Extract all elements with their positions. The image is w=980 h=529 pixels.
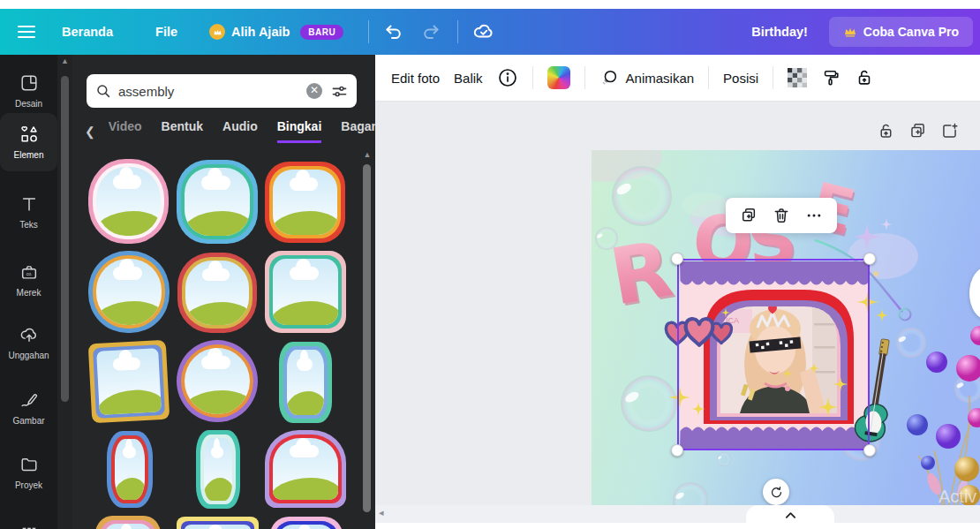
selection-handle-bottom-left[interactable] xyxy=(671,444,683,457)
search-box[interactable]: ✕ xyxy=(87,74,357,108)
sidebar-item-elemen[interactable]: Elemen xyxy=(0,113,57,171)
tab-bentuk[interactable]: Bentuk xyxy=(162,119,203,143)
search-input[interactable] xyxy=(118,84,306,99)
divider xyxy=(368,20,369,43)
selection-handle-top-right[interactable] xyxy=(863,253,876,265)
frame-thumbnail[interactable] xyxy=(177,340,258,422)
unlock-page-icon[interactable] xyxy=(877,122,895,140)
frame-thumbnail[interactable] xyxy=(95,516,161,529)
chevron-up-icon xyxy=(785,511,796,519)
frame-hill xyxy=(185,302,249,325)
frame-hill xyxy=(115,478,145,500)
position-button[interactable]: Posisi xyxy=(723,71,758,86)
frame-thumbnail[interactable] xyxy=(107,431,153,508)
panel-scrollbar-thumb[interactable] xyxy=(363,164,371,512)
flip-button[interactable]: Balik xyxy=(454,71,483,86)
divider xyxy=(584,66,585,89)
undo-icon[interactable] xyxy=(383,21,404,42)
photo-frame-element[interactable]: ICA xyxy=(666,261,888,449)
tab-video[interactable]: Video xyxy=(109,119,142,143)
menu-home[interactable]: Beranda xyxy=(62,25,113,39)
svg-text:co.: co. xyxy=(26,271,32,276)
top-bar: Beranda File Alih Ajaib BARU Birthday! C… xyxy=(0,9,980,55)
page-controls xyxy=(877,122,959,140)
draw-icon xyxy=(19,390,39,413)
sidebar-item-unggahan[interactable]: Unggahan xyxy=(0,321,57,365)
menu-magic-tool[interactable]: Alih Ajaib xyxy=(231,25,290,39)
try-pro-button[interactable]: Coba Canva Pro xyxy=(829,17,973,47)
photo[interactable]: ICA xyxy=(720,306,837,413)
clear-search-icon[interactable]: ✕ xyxy=(306,83,322,99)
frame-cloud xyxy=(290,178,318,191)
frame-cloud xyxy=(290,267,319,280)
window-top-strip xyxy=(0,0,980,9)
tabs-scroll-left-icon[interactable]: ❮ xyxy=(85,125,95,139)
animate-icon xyxy=(599,68,619,87)
projects-icon xyxy=(19,455,39,478)
delete-element-icon[interactable] xyxy=(773,207,790,224)
lock-icon[interactable] xyxy=(855,68,874,87)
sidebar-item-gambar[interactable]: Gambar xyxy=(0,386,57,430)
tab-audio[interactable]: Audio xyxy=(222,119,258,143)
duplicate-page-icon[interactable] xyxy=(908,122,927,140)
frame-thumbnail[interactable] xyxy=(177,517,259,529)
filter-sliders-icon[interactable] xyxy=(331,83,348,100)
paint-roller-icon[interactable] xyxy=(821,68,841,87)
scrollbar-thumb[interactable] xyxy=(61,76,69,402)
frame-cloud xyxy=(113,357,141,371)
divider xyxy=(457,20,458,43)
frame-hill xyxy=(273,478,338,500)
divider xyxy=(708,66,709,89)
selection-handle-bottom-right[interactable] xyxy=(863,444,876,457)
cloud-saved-icon[interactable] xyxy=(472,20,495,43)
scroll-up-arrow[interactable]: ▲ xyxy=(57,57,72,65)
expand-bottom-panel-tab[interactable] xyxy=(746,505,834,525)
frame-thumbnail[interactable] xyxy=(177,253,257,333)
more-options-icon[interactable] xyxy=(805,207,823,224)
frame-thumbnail[interactable] xyxy=(88,340,170,423)
frame-thumbnail[interactable] xyxy=(265,162,345,243)
frame-cloud xyxy=(290,445,319,457)
sidebar-scrollbar[interactable]: ▲ xyxy=(57,55,72,529)
frame-thumbnail[interactable] xyxy=(265,430,346,508)
redo-icon[interactable] xyxy=(420,21,441,42)
menu-file[interactable]: File xyxy=(155,25,177,39)
selection-handle-top-left[interactable] xyxy=(671,253,683,265)
sidebar-item-teks[interactable]: Teks xyxy=(0,190,57,234)
frame-hill xyxy=(96,301,162,325)
sidebar-item-desain[interactable]: Desain xyxy=(0,69,57,113)
tab-bagan[interactable]: Bagan xyxy=(341,119,375,143)
hscroll-left-arrow[interactable]: ◂ xyxy=(379,507,384,518)
frame-thumbnail[interactable] xyxy=(88,251,170,333)
color-swatch-button[interactable] xyxy=(547,66,570,89)
animate-button[interactable]: Animasikan xyxy=(599,68,695,87)
tab-bingkai[interactable]: Bingkai xyxy=(277,119,322,143)
frame-cloud xyxy=(202,268,230,282)
frame-cloud xyxy=(201,356,230,369)
frame-thumbnail[interactable] xyxy=(279,342,332,423)
edit-photo-button[interactable]: Edit foto xyxy=(391,71,440,86)
elements-icon xyxy=(19,125,39,147)
panel-scroll-up-arrow[interactable]: ▲ xyxy=(361,150,373,159)
transparency-icon[interactable] xyxy=(788,68,807,87)
hamburger-menu-icon[interactable] xyxy=(18,22,35,42)
frame-cloud xyxy=(201,176,230,189)
frame-thumbnail[interactable] xyxy=(88,159,169,244)
sidebar-item-label: Proyek xyxy=(15,480,42,490)
frame-thumbnail[interactable] xyxy=(270,517,343,529)
doc-title[interactable]: Birthday! xyxy=(751,25,808,39)
info-icon[interactable] xyxy=(497,67,518,88)
sidebar-item-proyek[interactable]: Proyek xyxy=(0,450,57,495)
sidebar-item-label: Teks xyxy=(19,220,38,230)
frame-thumbnail[interactable] xyxy=(177,160,258,244)
duplicate-element-icon[interactable] xyxy=(740,207,758,224)
rotate-handle[interactable] xyxy=(763,479,789,505)
divider xyxy=(773,66,773,89)
frame-thumbnail[interactable] xyxy=(265,251,346,333)
frame-thumbnail[interactable] xyxy=(196,430,240,509)
sidebar: DesainElemenTeksco.MerekUnggahanGambarPr… xyxy=(0,55,57,529)
sidebar-item-merek[interactable]: co.Merek xyxy=(0,258,57,302)
sidebar-item-apps[interactable] xyxy=(0,515,57,529)
add-page-icon[interactable] xyxy=(940,122,959,140)
sidebar-item-label: Gambar xyxy=(12,416,44,426)
